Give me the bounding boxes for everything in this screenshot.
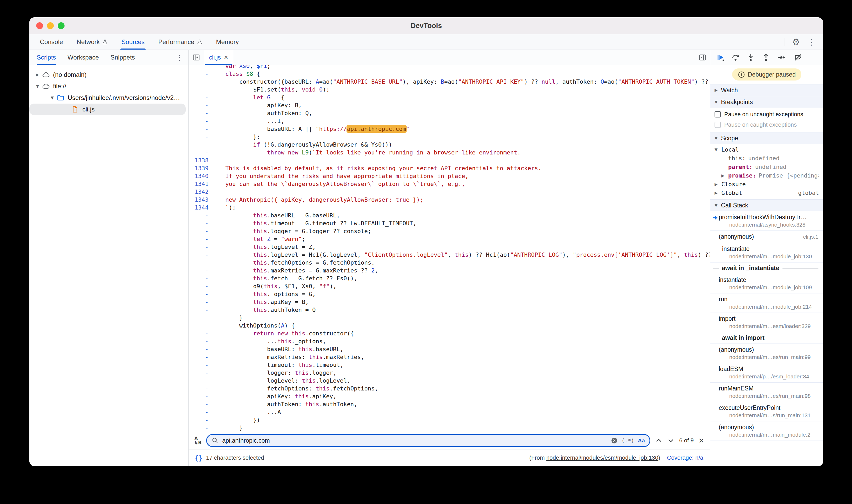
line-gutter[interactable]: - [189, 267, 215, 274]
line-gutter[interactable]: 1340 [189, 172, 215, 180]
line-gutter[interactable]: - [189, 274, 215, 283]
call-stack-frame-run[interactable]: runnode:internal/m…module_job:214 [710, 293, 823, 313]
line-gutter[interactable]: - [189, 141, 215, 149]
scope-group-closure[interactable]: ▶Closure [710, 180, 823, 188]
line-gutter[interactable]: - [189, 416, 215, 424]
line-gutter[interactable]: - [189, 393, 215, 400]
scope-property-this[interactable]: this:undefined [710, 154, 823, 163]
coverage-link[interactable]: Coverage: n/a [667, 454, 703, 461]
step-button[interactable] [774, 52, 788, 63]
breakpoint-option-pause-on-uncaught-exceptions[interactable]: Pause on uncaught exceptions [710, 109, 823, 120]
line-gutter[interactable]: - [189, 212, 215, 219]
line-gutter[interactable]: - [189, 102, 215, 109]
close-file-tab-icon[interactable]: × [224, 54, 228, 61]
line-gutter[interactable]: - [189, 330, 215, 338]
line-gutter[interactable]: - [189, 345, 215, 353]
line-gutter[interactable] [189, 65, 215, 70]
line-gutter[interactable]: - [189, 314, 215, 322]
call-stack-frame-anonymous[interactable]: (anonymous)node:internal/m…es/run_main:9… [710, 344, 823, 363]
chevron-down-icon[interactable]: ▼ [48, 95, 57, 100]
resume-script-button[interactable] [713, 52, 727, 63]
line-gutter[interactable]: - [189, 251, 215, 259]
line-gutter[interactable]: - [189, 306, 215, 314]
line-gutter[interactable]: 1338 [189, 157, 215, 164]
navigator-tab-workspace[interactable]: Workspace [61, 50, 105, 65]
call-stack-frame-anonymous[interactable]: (anonymous)node:internal/m…main_module:2 [710, 421, 823, 441]
chevron-down-icon[interactable]: ▼ [33, 84, 42, 89]
collapse-navigator-icon[interactable] [189, 54, 204, 61]
previous-match-button[interactable] [655, 437, 662, 444]
scope-property-parent[interactable]: parent:undefined [710, 163, 823, 171]
open-file-tab[interactable]: cli.js × [204, 50, 233, 65]
section-call-stack[interactable]: ▼Call Stack [710, 200, 823, 211]
call-stack-frame-instantiate[interactable]: instantiatenode:internal/m…module_job:10… [710, 274, 823, 293]
close-find-bar-icon[interactable]: ✕ [698, 437, 704, 445]
clear-search-icon[interactable] [611, 437, 618, 444]
line-gutter[interactable]: - [189, 259, 215, 267]
step-over-button[interactable] [729, 52, 742, 63]
chevron-down-icon[interactable]: ▼ [714, 147, 721, 152]
section-breakpoints[interactable]: ▼Breakpoints [710, 96, 823, 108]
line-gutter[interactable]: - [189, 125, 215, 133]
match-case-toggle-icon[interactable]: Aa [638, 437, 645, 444]
tab-network[interactable]: Network [70, 34, 114, 50]
line-gutter[interactable]: - [189, 408, 215, 416]
tree-item-no-domain[interactable]: ▶(no domain) [29, 69, 188, 80]
tree-item-file[interactable]: ▼file:// [29, 80, 188, 92]
line-gutter[interactable]: - [189, 369, 215, 377]
navigator-more-kebab-icon[interactable]: ⋮ [176, 53, 188, 62]
scope-group-global[interactable]: ▶Globalglobal [710, 188, 823, 197]
line-gutter[interactable]: - [189, 149, 215, 157]
source-origin-link[interactable]: node:internal/modules/esm/module_job:130 [546, 454, 658, 461]
navigator-tab-scripts[interactable]: Scripts [31, 50, 61, 65]
line-gutter[interactable]: - [189, 283, 215, 290]
checkbox[interactable] [714, 111, 721, 118]
line-gutter[interactable]: - [189, 424, 215, 432]
line-gutter[interactable]: 1341 [189, 180, 215, 188]
scope-property-promise[interactable]: ▶promise:Promise {<pending>} [710, 171, 823, 180]
line-gutter[interactable]: - [189, 219, 215, 227]
line-gutter[interactable]: - [189, 78, 215, 86]
section-scope[interactable]: ▼Scope [710, 132, 823, 144]
tab-performance[interactable]: Performance [152, 34, 209, 50]
step-out-button[interactable] [759, 52, 773, 63]
step-into-button[interactable] [744, 52, 758, 63]
line-gutter[interactable]: - [189, 361, 215, 369]
tab-memory[interactable]: Memory [209, 34, 246, 50]
collapse-debugger-sidebar-icon[interactable] [695, 54, 710, 61]
line-gutter[interactable]: 1343 [189, 196, 215, 204]
line-gutter[interactable]: - [189, 322, 215, 330]
line-gutter[interactable]: - [189, 243, 215, 251]
chevron-right-icon[interactable]: ▶ [721, 173, 728, 178]
line-gutter[interactable]: - [189, 235, 215, 243]
call-stack-frame-instantiate[interactable]: _instantiatenode:internal/m…module_job:1… [710, 243, 823, 263]
deactivate-breakpoints-button[interactable] [791, 52, 805, 63]
line-gutter[interactable]: - [189, 117, 215, 125]
line-gutter[interactable]: - [189, 400, 215, 408]
chevron-right-icon[interactable]: ▶ [714, 191, 721, 195]
call-stack-frame-import[interactable]: importnode:internal/m…esm/loader:329 [710, 313, 823, 332]
call-stack-frame-runmainesm[interactable]: runMainESMnode:internal/m…es/run_main:98 [710, 383, 823, 402]
call-stack-frame-anonymous[interactable]: (anonymous)cli.js:1 [710, 231, 823, 243]
call-stack-frame-loadesm[interactable]: loadESMnode:internal/p…/esm_loader:34 [710, 363, 823, 383]
tab-sources[interactable]: Sources [114, 34, 152, 50]
search-input[interactable]: api.anthropic.com (.*) Aa [206, 434, 650, 447]
more-options-kebab-icon[interactable]: ⋮ [807, 37, 815, 47]
tree-item-users-jinhuilee-nvm-versions-node-v2[interactable]: ▼Users/jinhuilee/.nvm/versions/node/v2… [29, 92, 188, 104]
line-gutter[interactable]: 1342 [189, 188, 215, 196]
scope-group-local[interactable]: ▼Local [710, 145, 823, 154]
tree-item-cli-js[interactable]: cli.js [29, 104, 186, 115]
line-gutter[interactable]: - [189, 109, 215, 117]
call-stack-frame-executeuserentrypoint[interactable]: executeUserEntryPointnode:internal/m…s/r… [710, 402, 823, 421]
section-watch[interactable]: ▶Watch [710, 85, 823, 96]
line-gutter[interactable]: - [189, 298, 215, 306]
line-gutter[interactable]: - [189, 227, 215, 235]
replace-toggle-icon[interactable]: A↳B [194, 436, 201, 445]
line-gutter[interactable]: 1339 [189, 164, 215, 172]
line-gutter[interactable]: - [189, 338, 215, 345]
line-gutter[interactable]: 1344 [189, 204, 215, 212]
line-gutter[interactable]: - [189, 377, 215, 385]
next-match-button[interactable] [667, 437, 674, 444]
chevron-right-icon[interactable]: ▶ [714, 182, 721, 187]
line-gutter[interactable]: - [189, 70, 215, 78]
